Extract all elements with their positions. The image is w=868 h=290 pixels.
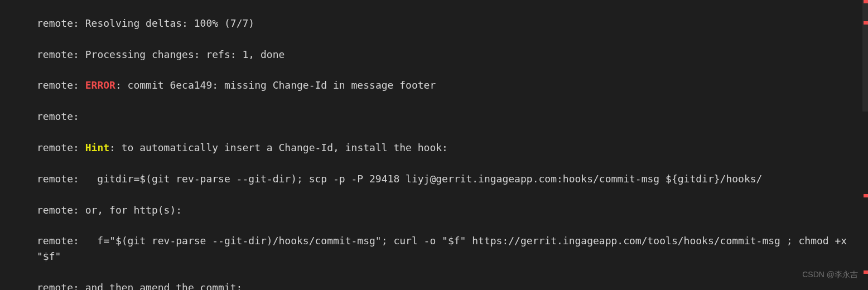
- terminal-line: remote: ERROR: commit 6eca149: missing C…: [37, 78, 868, 93]
- terminal-line: remote: Hint: to automatically insert a …: [37, 140, 868, 156]
- remote-prefix: remote:: [37, 17, 85, 29]
- terminal-line: remote: f="$(git rev-parse --git-dir)/ho…: [37, 233, 868, 264]
- scrollbar[interactable]: [860, 0, 868, 290]
- error-marker-icon[interactable]: [864, 194, 868, 197]
- hint-keyword: Hint: [85, 142, 109, 153]
- terminal-line: remote:: [37, 109, 868, 124]
- terminal-text: : to automatically insert a Change-Id, i…: [109, 142, 448, 153]
- terminal-line: remote: Processing changes: refs: 1, don…: [37, 47, 868, 62]
- error-keyword: ERROR: [85, 79, 115, 91]
- remote-prefix: remote:: [37, 142, 85, 153]
- terminal-text: Resolving deltas: 100% (7/7): [85, 17, 254, 29]
- minimap-viewport[interactable]: [862, 0, 868, 112]
- terminal-text: : commit 6eca149: missing Change-Id in m…: [115, 79, 436, 91]
- remote-prefix: remote:: [37, 79, 85, 91]
- terminal-line: remote: gitdir=$(git rev-parse --git-dir…: [37, 171, 868, 187]
- error-marker-icon[interactable]: [864, 21, 868, 25]
- error-marker-icon[interactable]: [864, 270, 868, 274]
- remote-prefix: remote:: [37, 49, 85, 60]
- terminal-line: remote: or, for http(s):: [37, 202, 868, 218]
- error-marker-icon[interactable]: [864, 0, 868, 3]
- terminal-output[interactable]: remote: Resolving deltas: 100% (7/7) rem…: [37, 0, 868, 290]
- terminal-text: Processing changes: refs: 1, done: [85, 49, 285, 60]
- terminal-line: remote: Resolving deltas: 100% (7/7): [37, 16, 868, 31]
- terminal-line: remote: and then amend the commit:: [37, 280, 868, 290]
